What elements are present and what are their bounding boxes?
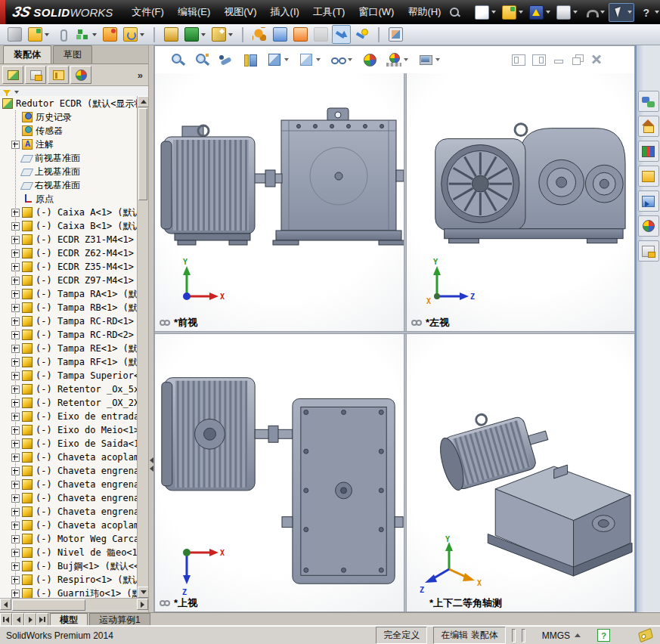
- tree-item[interactable]: (-) Retentor _OX_2X7<1>: [0, 396, 137, 410]
- reference-geometry-button[interactable]: [209, 25, 235, 44]
- expand-plus-icon[interactable]: [11, 222, 20, 231]
- assembly-features-button[interactable]: [182, 25, 208, 44]
- tree-item[interactable]: (-) Caixa B<1> (默认<<默: [0, 219, 137, 233]
- menu-item[interactable]: 窗口(W): [352, 2, 401, 23]
- mate-button[interactable]: [73, 25, 99, 44]
- expand-plus-icon[interactable]: [11, 522, 20, 530]
- print-button[interactable]: [554, 3, 580, 22]
- tree-item[interactable]: Redutor ECDR (默认<显示状: [0, 97, 137, 110]
- menu-item[interactable]: 帮助(H): [401, 2, 448, 23]
- minimize-child-button[interactable]: [553, 54, 565, 64]
- expand-plus-icon[interactable]: [11, 467, 20, 475]
- expand-plus-icon[interactable]: [11, 249, 20, 258]
- photoview-preview-button[interactable]: [386, 25, 405, 44]
- tree-horizontal-scrollbar[interactable]: [0, 598, 148, 610]
- expand-plus-icon[interactable]: [11, 385, 20, 394]
- tree-item[interactable]: (-) Buj鋼<1> (默认<<默认: [0, 559, 137, 573]
- menu-item[interactable]: 编辑(E): [171, 2, 217, 23]
- previous-view-button[interactable]: [215, 50, 237, 70]
- expand-plus-icon[interactable]: [11, 290, 20, 299]
- dropdown-caret-icon[interactable]: [201, 33, 206, 36]
- design-library-button[interactable]: [638, 141, 659, 162]
- appearances-scenes-button[interactable]: [638, 215, 659, 237]
- edit-appearance-button[interactable]: [358, 50, 381, 70]
- solidworks-resources-button[interactable]: [638, 91, 659, 112]
- dropdown-caret-icon[interactable]: [140, 33, 144, 36]
- filter-funnel-icon[interactable]: [3, 90, 11, 94]
- tree-item[interactable]: (-) Retentor _Ox_5x8.5<: [0, 382, 137, 396]
- pane-left-button[interactable]: [512, 54, 525, 66]
- command-tab[interactable]: 装配体: [3, 45, 51, 63]
- assembly-visualization-button[interactable]: [271, 25, 290, 44]
- tree-item[interactable]: (-) Guarni玮o<1> (默认<: [0, 587, 137, 598]
- tree-item[interactable]: 历史记录: [0, 110, 137, 124]
- quick-tips-button[interactable]: ?: [597, 629, 610, 642]
- tree-item[interactable]: (-) Motor Weg Carca擅 16: [0, 532, 137, 546]
- expand-plus-icon[interactable]: [11, 304, 20, 312]
- dropdown-caret-icon[interactable]: [655, 11, 659, 14]
- restore-child-button[interactable]: [572, 54, 584, 64]
- tree-item[interactable]: (-) Chaveta engrenagem: [0, 464, 137, 478]
- open-part-button[interactable]: [26, 25, 51, 44]
- dropdown-caret-icon[interactable]: [519, 11, 523, 14]
- units-caret-icon[interactable]: [575, 633, 581, 637]
- dropdown-caret-icon[interactable]: [404, 58, 408, 61]
- dropdown-caret-icon[interactable]: [627, 11, 632, 14]
- last-tab-button[interactable]: [36, 613, 48, 626]
- separator[interactable]: [373, 25, 385, 45]
- exploded-view-button[interactable]: [291, 25, 310, 44]
- expand-plus-icon[interactable]: [11, 481, 20, 489]
- expand-plus-icon[interactable]: [11, 317, 20, 326]
- new-document-button[interactable]: [473, 3, 498, 22]
- tree-item[interactable]: (-) Eixo de Saida<1> (默: [0, 437, 137, 450]
- next-tab-button[interactable]: [24, 613, 36, 626]
- propertymanager-tab[interactable]: [25, 66, 46, 84]
- expand-plus-icon[interactable]: [11, 440, 20, 448]
- dropdown-caret-icon[interactable]: [284, 58, 289, 61]
- tree-item[interactable]: (-) Eixo do Meio<1> (默: [0, 423, 137, 437]
- tree-item[interactable]: (-) Chaveta engrenagens: [0, 478, 137, 491]
- tree-item[interactable]: (-) Caixa A<1> (默认<<默: [0, 206, 137, 219]
- attachment-button[interactable]: [53, 25, 72, 44]
- tree-item[interactable]: (-) Tampa RB<1> (默认<<: [0, 301, 137, 314]
- section-view-button[interactable]: [239, 50, 262, 70]
- tree-item[interactable]: 右视基准面: [0, 178, 137, 192]
- unit-system-selector[interactable]: MMGS: [531, 630, 591, 641]
- scroll-down-button[interactable]: [138, 587, 149, 598]
- collapse-arrow-icon[interactable]: [150, 457, 153, 463]
- pane-right-button[interactable]: [532, 54, 546, 66]
- menu-item[interactable]: 文件(F): [125, 2, 171, 23]
- expand-panel-button[interactable]: »: [138, 70, 146, 81]
- expand-plus-icon[interactable]: [11, 236, 20, 244]
- large-assembly-mode-button[interactable]: [352, 25, 371, 44]
- file-explorer-button[interactable]: [638, 166, 659, 187]
- viewport-horizontal-divider[interactable]: [155, 331, 634, 334]
- rotate-component-button[interactable]: [121, 25, 147, 44]
- expand-plus-icon[interactable]: [11, 358, 20, 367]
- zoom-to-area-button[interactable]: [191, 50, 213, 70]
- tree-item[interactable]: 上视基准面: [0, 165, 137, 178]
- study-tab[interactable]: 运动算例1: [89, 613, 150, 626]
- collapse-arrow-icon[interactable]: [150, 466, 153, 472]
- viewport-top[interactable]: X Z *上视: [155, 334, 404, 611]
- featuremanager-tab[interactable]: [2, 66, 23, 84]
- expand-plus-icon[interactable]: [11, 454, 20, 462]
- tree-item[interactable]: (-) Tampa RC-RD<2> (默认: [0, 328, 137, 342]
- new-motion-study-button[interactable]: [250, 25, 269, 44]
- tree-item[interactable]: (-) Tampa RC-RD<1> (默认: [0, 314, 137, 328]
- dropdown-caret-icon[interactable]: [600, 11, 605, 14]
- expand-plus-icon[interactable]: [11, 549, 20, 557]
- tree-item[interactable]: (-) ECDR Z62-M4<1> (默认: [0, 246, 137, 260]
- vertical-scroll-thumb[interactable]: [138, 108, 147, 200]
- viewport-isometric[interactable]: Y X Z *上下二等角轴测: [407, 334, 634, 611]
- smart-fasteners-button[interactable]: [162, 25, 181, 44]
- insert-components-button[interactable]: [5, 25, 24, 44]
- view-orientation-button[interactable]: [263, 50, 293, 70]
- tree-item[interactable]: (-) Nivel de 髓eo<1> (默: [0, 546, 137, 559]
- dropdown-caret-icon[interactable]: [92, 33, 97, 36]
- tree-item[interactable]: (-) ECDR Z97-M4<1> (默认: [0, 274, 137, 287]
- tree-item[interactable]: 前视基准面: [0, 151, 137, 165]
- horizontal-scroll-thumb[interactable]: [12, 599, 85, 611]
- expand-plus-icon[interactable]: [11, 562, 20, 571]
- expand-plus-icon[interactable]: [11, 413, 20, 421]
